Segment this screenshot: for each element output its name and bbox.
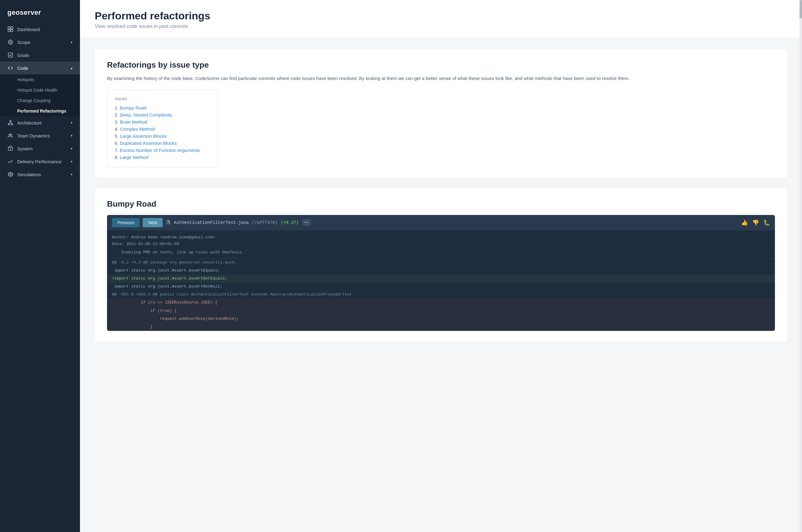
code-line: +import static org.junit.Assert.assertNo… <box>107 274 775 283</box>
svg-point-4 <box>8 40 13 44</box>
code-line: if (rs == J2EERoleSource.J2EE) { <box>107 299 775 307</box>
sidebar-item-label: Team Dynamics <box>17 133 67 138</box>
issue-link[interactable]: Deep, Nested Complexity <box>120 112 172 117</box>
date-line: Date: 2021-02-06 12:00+01:00 <box>112 241 770 248</box>
cube-icon <box>7 146 14 152</box>
author-line: Author: Andrea Aime <andrea.aime@gmail.c… <box>112 234 770 241</box>
svg-point-11 <box>11 134 12 135</box>
list-item: 5. Large Assertion Blocks <box>115 133 210 139</box>
app-logo: geoserver <box>0 0 80 23</box>
sidebar-item-simulations[interactable]: Simulations ▾ <box>0 168 80 181</box>
page-title: Performed refactorings <box>95 10 787 22</box>
svg-point-9 <box>12 124 13 125</box>
sidebar-item-label: System <box>17 146 67 151</box>
issue-link[interactable]: Excess Number of Function Arguments <box>120 148 200 153</box>
people-icon <box>7 133 14 139</box>
svg-rect-3 <box>11 30 13 32</box>
code-line: import static org.junit.Assert.assertEqu… <box>107 267 775 274</box>
main-content: Performed refactorings View resolved cod… <box>80 0 802 532</box>
code-line: } <box>107 323 775 331</box>
chevron-down-icon: ▾ <box>71 172 73 176</box>
svg-rect-0 <box>8 27 10 29</box>
code-line: @@ -9,2 +9,3 @@ package org.geoserver.se… <box>107 259 775 267</box>
issues-list: 1. Bumpy Road2. Deep, Nested Complexity3… <box>115 104 210 161</box>
commit-hash: (7afff470) <box>252 220 278 225</box>
sidebar-item-architecture[interactable]: Architecture ▾ <box>0 116 80 129</box>
bug-icon[interactable]: 🐛 <box>763 219 770 226</box>
list-item: 2. Deep, Nested Complexity <box>115 111 210 118</box>
sidebar-item-change-coupling[interactable]: Change Coupling <box>0 95 80 106</box>
issue-link[interactable]: Large Method <box>120 155 149 160</box>
issue-link[interactable]: Duplicated Assertion Blocks <box>120 140 177 146</box>
commit-score: (+0.27) <box>281 220 299 225</box>
sidebar-item-performed-refactorings[interactable]: Performed Refactorings <box>0 106 80 116</box>
svg-point-8 <box>8 124 10 125</box>
thumbs-up-icon[interactable]: 👍 <box>741 219 748 226</box>
code-line: if (true) { <box>107 307 775 315</box>
circle-icon <box>7 39 14 45</box>
sidebar-item-goals[interactable]: Goals <box>0 49 80 61</box>
svg-point-13 <box>10 149 11 149</box>
code-lines: @@ -9,2 +9,3 @@ package org.geoserver.se… <box>107 258 775 331</box>
file-icon <box>166 220 171 225</box>
sidebar-item-label: Scope <box>17 40 67 45</box>
commit-actions: 👍 👎 🐛 <box>741 219 770 226</box>
sidebar-item-delivery-performance[interactable]: Delivery Performance ▾ <box>0 155 80 168</box>
code-line: @@ -567,8 +568,3 @@ public class Authent… <box>107 291 775 299</box>
next-button[interactable]: Next <box>143 218 163 227</box>
chevron-down-icon: ▾ <box>71 159 73 164</box>
scrollbar-track[interactable] <box>800 0 802 532</box>
code-line: import static org.junit.Assert.assertNot… <box>107 283 775 291</box>
svg-point-7 <box>10 120 12 122</box>
code-submenu: Hotspots Hotspot Code Health Change Coup… <box>0 74 80 116</box>
issue-link[interactable]: Bumpy Road <box>120 105 147 110</box>
svg-point-10 <box>9 134 11 136</box>
previous-button[interactable]: Previous <box>112 218 140 227</box>
commit-author: Author: Andrea Aime <andrea.aime@gmail.c… <box>107 230 775 249</box>
list-item: 3. Brain Method <box>115 118 210 126</box>
sidebar-item-label: Architecture <box>17 120 67 126</box>
scrollbar-thumb[interactable] <box>800 0 802 18</box>
commit-more-button[interactable]: ••• <box>302 219 311 226</box>
chevron-down-icon: ▾ <box>71 134 73 138</box>
svg-rect-1 <box>11 27 13 29</box>
box-icon <box>7 171 14 177</box>
issues-label: Issues <box>115 96 210 101</box>
sidebar-item-team-dynamics[interactable]: Team Dynamics ▾ <box>0 129 80 142</box>
issues-box: Issues 1. Bumpy Road2. Deep, Nested Comp… <box>107 90 218 167</box>
chevron-up-icon: ▴ <box>71 66 73 70</box>
chevron-down-icon: ▾ <box>71 147 73 151</box>
chevron-down-icon: ▾ <box>71 40 73 44</box>
issue-link[interactable]: Large Assertion Blocks <box>120 133 167 139</box>
code-icon <box>7 65 14 71</box>
svg-rect-6 <box>8 53 13 57</box>
sidebar-item-system[interactable]: System ▾ <box>0 142 80 155</box>
list-item: 8. Large Method <box>115 154 210 161</box>
commit-filename: AuthenticationFilterTest.java <box>174 220 249 225</box>
sidebar-item-scope[interactable]: Scope ▾ <box>0 36 80 49</box>
issue-link[interactable]: Brain Method <box>120 119 147 125</box>
code-block: Author: Andrea Aime <andrea.aime@gmail.c… <box>107 230 775 331</box>
commit-message: Enabling PMD on tests, line up rules wit… <box>107 249 775 258</box>
sidebar-item-hotspot-code-health[interactable]: Hotspot Code Health <box>0 85 80 95</box>
list-item: 6. Duplicated Assertion Blocks <box>115 139 210 147</box>
sidebar: geoserver Dashboard Scope ▾ <box>0 0 80 532</box>
page-header: Performed refactorings View resolved cod… <box>80 0 802 38</box>
grid-icon <box>7 26 14 32</box>
content-area: Refactorings by issue type By examining … <box>80 38 802 363</box>
sidebar-item-label: Delivery Performance <box>17 159 67 164</box>
check-square-icon <box>7 52 14 58</box>
sidebar-item-dashboard[interactable]: Dashboard <box>0 23 80 36</box>
chevron-down-icon: ▾ <box>71 121 73 125</box>
sidebar-item-code[interactable]: Code ▴ <box>0 61 80 74</box>
nodes-icon <box>7 120 14 126</box>
sidebar-item-label: Dashboard <box>17 27 73 32</box>
refactorings-section: Refactorings by issue type By examining … <box>95 49 787 178</box>
sidebar-item-label: Goals <box>17 53 73 58</box>
bumpy-road-title: Bumpy Road <box>107 199 775 209</box>
sidebar-item-hotspots[interactable]: Hotspots <box>0 74 80 85</box>
page-subtitle: View resolved code issues in past commit… <box>95 24 787 29</box>
thumbs-down-icon[interactable]: 👎 <box>752 219 759 226</box>
bumpy-road-section: Bumpy Road Previous Next AuthenticationF… <box>95 188 787 342</box>
issue-link[interactable]: Complex Method <box>120 127 155 132</box>
